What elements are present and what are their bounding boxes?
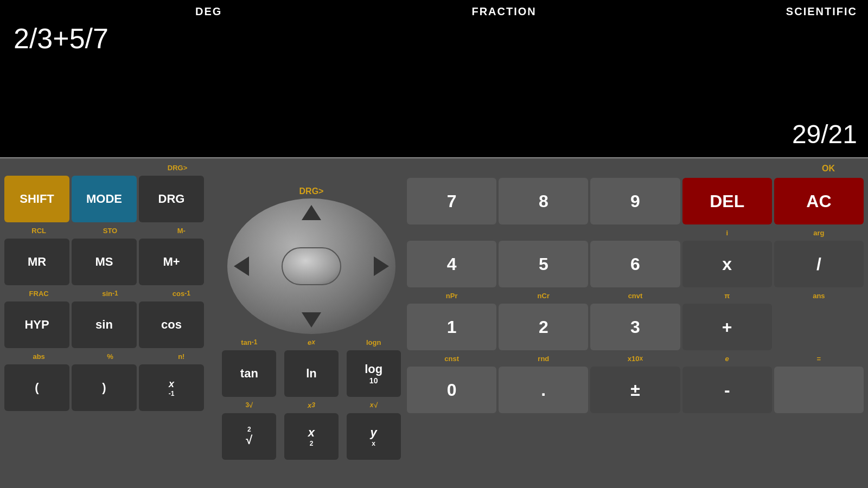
cos-inv-label: cos-1 bbox=[147, 290, 216, 298]
sto-label: STO bbox=[75, 227, 144, 235]
btn-3[interactable]: 3 bbox=[590, 304, 680, 350]
ex-label: ex bbox=[282, 338, 342, 346]
e-label: e bbox=[682, 355, 772, 363]
nav-center-button[interactable] bbox=[282, 247, 341, 285]
abs-label: abs bbox=[4, 352, 73, 361]
m-minus-label: M- bbox=[147, 227, 216, 235]
shift-button[interactable]: SHIFT bbox=[4, 176, 69, 222]
drg-top-label-center: DRG> bbox=[299, 187, 324, 196]
drg-top-label: DRG> bbox=[139, 164, 216, 172]
btn-5[interactable]: 5 bbox=[499, 241, 588, 287]
btn-4[interactable]: 4 bbox=[407, 241, 496, 287]
nav-left-button[interactable] bbox=[234, 256, 249, 276]
row-tan-ln-log: tan ln log10 bbox=[219, 350, 404, 397]
mr-button[interactable]: MR bbox=[4, 239, 69, 285]
row-0-dot-pm-minus: 0 . ± - bbox=[407, 367, 864, 413]
nav-down-button[interactable] bbox=[302, 312, 321, 328]
display-area: DEG FRACTION SCIENTIFIC 2/3+5/7 29/21 bbox=[0, 0, 868, 157]
cnst-label-row: cnst rnd x10x e = bbox=[407, 352, 864, 364]
arg-label: arg bbox=[774, 229, 864, 237]
ac-button[interactable]: AC bbox=[774, 178, 864, 224]
btn-6[interactable]: 6 bbox=[590, 241, 680, 287]
rcl-sto-label-row: RCL STO M- bbox=[4, 224, 216, 236]
expression-display: 2/3+5/7 bbox=[11, 22, 857, 55]
plus-button[interactable]: + bbox=[682, 304, 772, 350]
row-123-plus: 1 2 3 + bbox=[407, 304, 864, 350]
nav-up-button[interactable] bbox=[302, 205, 321, 220]
sqrt-button[interactable]: 2√ bbox=[222, 413, 276, 460]
plusminus-button[interactable]: ± bbox=[590, 367, 680, 413]
rcl-label: RCL bbox=[4, 227, 73, 235]
tan-inv-label: tan-1 bbox=[219, 338, 279, 346]
nfact-label: n! bbox=[147, 352, 216, 361]
left-section: DRG> SHIFT MODE DRG RCL STO M- MR MS M+ … bbox=[4, 162, 216, 485]
tan-inv-label-row: tan-1 ex logn bbox=[219, 336, 404, 348]
npr-label-row: nPr nCr cnvt π ans bbox=[407, 290, 864, 301]
cos-button[interactable]: cos bbox=[139, 301, 204, 348]
multiply-button[interactable]: x bbox=[682, 241, 772, 287]
left-arrow-icon bbox=[234, 256, 249, 276]
btn-9[interactable]: 9 bbox=[590, 178, 680, 224]
cnvt-label: cnvt bbox=[590, 292, 680, 300]
hyp-button[interactable]: HYP bbox=[4, 301, 69, 348]
drg-button[interactable]: DRG bbox=[139, 176, 204, 222]
nav-section: DRG> bbox=[219, 162, 404, 485]
cube-root-label-row: 3√ x3 x√ bbox=[219, 399, 404, 411]
row-789-del-ac: 7 8 9 DEL AC bbox=[407, 178, 864, 224]
btn-8[interactable]: 8 bbox=[499, 178, 588, 224]
btn-0[interactable]: 0 bbox=[407, 367, 496, 413]
down-arrow-icon bbox=[302, 312, 321, 328]
xsq-button[interactable]: x2 bbox=[284, 413, 339, 460]
i-arg-label-row: i arg bbox=[407, 227, 864, 239]
logn-label: logn bbox=[343, 338, 404, 346]
ms-button[interactable]: MS bbox=[72, 239, 137, 285]
xinv-button[interactable]: x-1 bbox=[139, 364, 204, 411]
dial-container bbox=[227, 198, 395, 334]
i-label: i bbox=[682, 229, 772, 237]
btn-2[interactable]: 2 bbox=[499, 304, 588, 350]
row-hyp-sin-cos: HYP sin cos bbox=[4, 301, 216, 348]
ans-label: ans bbox=[774, 292, 864, 300]
trig-inv-label-row: FRAC sin-1 cos-1 bbox=[4, 287, 216, 299]
fraction-label: FRACTION bbox=[471, 5, 536, 18]
row-shift-mode-drg: SHIFT MODE DRG bbox=[4, 176, 216, 222]
btn-1[interactable]: 1 bbox=[407, 304, 496, 350]
frac-label: FRAC bbox=[4, 290, 73, 298]
mode-button[interactable]: MODE bbox=[72, 176, 137, 222]
row-456-x-div: 4 5 6 x / bbox=[407, 241, 864, 287]
nCr-label: nCr bbox=[499, 292, 588, 300]
row-sqrt-xsq-yx: 2√ x2 yx bbox=[219, 413, 404, 460]
row-paren-xinv: ( ) x-1 bbox=[4, 364, 216, 411]
yx-button[interactable]: yx bbox=[347, 413, 401, 460]
equals-label: = bbox=[774, 355, 864, 363]
drg-label-row: DRG> bbox=[4, 162, 216, 174]
minus-button[interactable]: - bbox=[682, 367, 772, 413]
result-display: 29/21 bbox=[792, 119, 857, 149]
close-paren-button[interactable]: ) bbox=[72, 364, 137, 411]
rnd-label: rnd bbox=[499, 355, 588, 363]
open-paren-button[interactable]: ( bbox=[4, 364, 69, 411]
up-arrow-icon bbox=[302, 205, 321, 220]
x-cube-label: x3 bbox=[282, 401, 342, 409]
dot-button[interactable]: . bbox=[499, 367, 588, 413]
tan-button[interactable]: tan bbox=[222, 350, 276, 397]
sin-button[interactable]: sin bbox=[72, 301, 137, 348]
divide-button[interactable]: / bbox=[774, 241, 864, 287]
dial-outer bbox=[227, 198, 395, 334]
scientific-label: SCIENTIFIC bbox=[786, 5, 857, 18]
cube-root-label: 3√ bbox=[219, 401, 279, 409]
ln-button[interactable]: ln bbox=[284, 350, 339, 397]
top-labels: DEG FRACTION SCIENTIFIC bbox=[11, 5, 857, 18]
btn-7[interactable]: 7 bbox=[407, 178, 496, 224]
ok-label-row: OK bbox=[407, 162, 864, 176]
cnst-label: cnst bbox=[407, 355, 496, 363]
nav-right-button[interactable] bbox=[374, 256, 389, 276]
mplus-button[interactable]: M+ bbox=[139, 239, 204, 285]
log10-button[interactable]: log10 bbox=[347, 350, 401, 397]
x-sqrt-label: x√ bbox=[343, 401, 404, 409]
abs-label-row: abs % n! bbox=[4, 350, 216, 362]
row-mr-ms-mplus: MR MS M+ bbox=[4, 239, 216, 285]
deg-label: DEG bbox=[195, 5, 222, 18]
percent-label: % bbox=[75, 352, 144, 361]
del-button[interactable]: DEL bbox=[682, 178, 772, 224]
